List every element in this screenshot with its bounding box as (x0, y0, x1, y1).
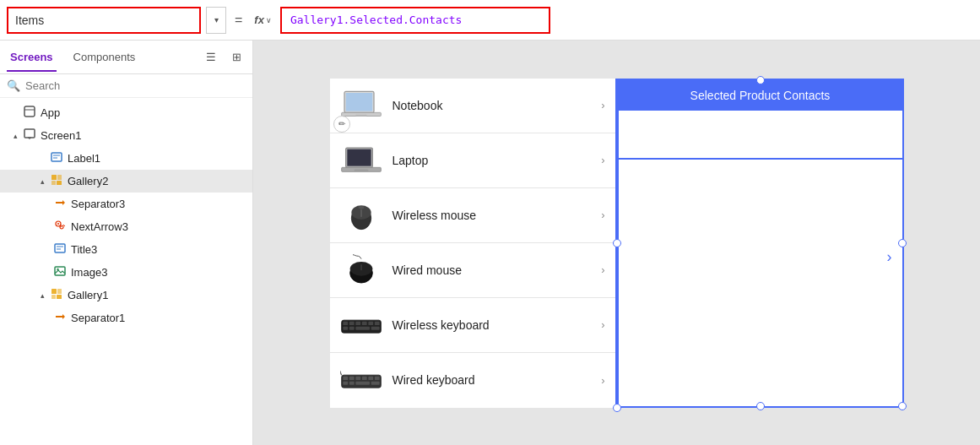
svg-rect-11 (57, 181, 62, 185)
gallery-wrapper: Notebook › Laptop › (330, 79, 904, 408)
detail-header: Selected Product Contacts (619, 80, 902, 111)
chevron-wireless-keyboard: › (601, 318, 604, 331)
svg-rect-53 (349, 326, 354, 329)
title3-icon (54, 242, 66, 257)
canvas-area: Notebook › Laptop › (253, 41, 980, 445)
svg-rect-54 (355, 326, 370, 329)
top-bar: Items ▾ = fx ∨ (0, 0, 980, 41)
gallery-item-wired-mouse[interactable]: Wired mouse › (330, 243, 615, 298)
svg-rect-55 (371, 326, 379, 329)
tree-label-app: App (41, 106, 60, 119)
tab-screens[interactable]: Screens (7, 44, 57, 72)
fx-label: fx (254, 14, 264, 26)
separator1-icon (54, 311, 66, 325)
items-input[interactable]: Items (7, 7, 201, 34)
svg-rect-47 (349, 321, 354, 324)
formula-input[interactable] (280, 7, 550, 34)
svg-rect-64 (349, 382, 354, 385)
detail-divider (619, 158, 902, 160)
svg-point-41 (358, 206, 364, 209)
svg-rect-22 (55, 267, 65, 275)
grid-view-icon[interactable]: ⊞ (227, 48, 246, 67)
svg-rect-61 (368, 377, 373, 380)
svg-rect-62 (374, 377, 379, 380)
tree-item-image3[interactable]: Image3 (0, 261, 252, 284)
detail-nav-arrow[interactable]: › (887, 247, 892, 265)
laptop-image (340, 144, 382, 177)
tree-label-image3: Image3 (71, 266, 107, 279)
handle-top[interactable] (756, 76, 765, 84)
gallery-item-wireless-mouse[interactable]: Wireless mouse › (330, 188, 615, 243)
handle-bottom[interactable] (756, 402, 765, 410)
svg-rect-25 (57, 289, 62, 294)
tree-item-app[interactable]: App (0, 101, 252, 124)
chevron-wired-mouse: › (601, 263, 604, 276)
handle-right[interactable] (898, 239, 907, 247)
expand-screen1: ▴ (10, 132, 20, 140)
wireless-keyboard-image (340, 308, 382, 342)
tree-item-screen1[interactable]: ▴ Screen1 (0, 124, 252, 147)
item-name-notebook: Notebook (393, 99, 592, 112)
svg-rect-5 (51, 153, 62, 161)
svg-rect-52 (343, 326, 348, 329)
item-name-laptop: Laptop (393, 154, 592, 167)
wired-mouse-image (340, 253, 382, 287)
left-panel: Screens Components ☰ ⊞ 🔍 App (0, 41, 253, 445)
expand-gallery2: ▴ (37, 177, 47, 186)
gallery-item-wireless-keyboard[interactable]: Wireless keyboard › (330, 298, 615, 353)
tree-item-separator1[interactable]: Separator1 (0, 307, 252, 329)
svg-rect-27 (57, 295, 62, 299)
tree: App ▴ Screen1 Label1 (0, 98, 252, 445)
detail-body: › (619, 111, 902, 403)
item-name-wired-mouse: Wired mouse (393, 263, 592, 277)
fx-arrow: ∨ (266, 16, 272, 24)
svg-rect-26 (51, 295, 56, 299)
handle-bottom-right[interactable] (898, 402, 907, 410)
tree-label-label1: Label1 (68, 152, 100, 165)
tab-components[interactable]: Components (70, 44, 139, 72)
svg-rect-9 (57, 175, 62, 180)
svg-rect-31 (345, 93, 372, 111)
gallery-item-notebook[interactable]: Notebook › (330, 79, 615, 133)
svg-rect-36 (341, 167, 381, 171)
screen-icon (24, 128, 35, 143)
svg-rect-8 (51, 175, 57, 180)
chevron-notebook: › (601, 99, 604, 111)
svg-rect-57 (343, 377, 348, 380)
wired-keyboard-image (340, 363, 382, 397)
chevron-wired-keyboard: › (601, 374, 604, 387)
image3-icon (54, 265, 66, 279)
gallery1-icon (51, 288, 62, 302)
svg-rect-37 (354, 169, 368, 171)
chevron-laptop: › (601, 154, 604, 166)
svg-rect-2 (24, 129, 35, 138)
gallery-item-wired-keyboard[interactable]: Wired keyboard › (330, 353, 615, 408)
tree-item-title3[interactable]: Title3 (0, 238, 252, 261)
chevron-wireless-mouse: › (601, 209, 604, 221)
tree-item-label1[interactable]: Label1 (0, 147, 252, 170)
fx-badge: fx ∨ (251, 14, 275, 26)
edit-icon[interactable]: ✏ (333, 116, 350, 133)
tree-item-gallery1[interactable]: ▴ Gallery1 (0, 284, 252, 307)
tree-label-gallery1: Gallery1 (68, 289, 108, 301)
label1-icon (51, 151, 62, 166)
svg-rect-0 (24, 106, 35, 117)
dropdown-button[interactable]: ▾ (206, 7, 226, 34)
svg-rect-48 (355, 321, 360, 324)
handle-gallery-mid[interactable] (613, 239, 621, 247)
tree-item-gallery2[interactable]: ▴ Gallery2 (0, 170, 252, 193)
svg-marker-29 (62, 314, 65, 319)
equals-sign: = (231, 13, 246, 28)
tree-item-separator3[interactable]: Separator3 (0, 193, 252, 215)
search-input[interactable] (25, 79, 246, 92)
tree-item-nextarrow3[interactable]: NextArrow3 (0, 215, 252, 238)
svg-marker-13 (62, 200, 65, 205)
handle-gallery-bottom[interactable] (613, 404, 621, 412)
svg-rect-50 (368, 321, 373, 324)
gallery-item-laptop[interactable]: Laptop › (330, 133, 615, 188)
list-view-icon[interactable]: ☰ (202, 48, 220, 67)
search-icon: 🔍 (7, 79, 20, 92)
wireless-mouse-image (340, 198, 382, 232)
svg-rect-66 (371, 382, 379, 385)
svg-rect-58 (349, 377, 354, 380)
